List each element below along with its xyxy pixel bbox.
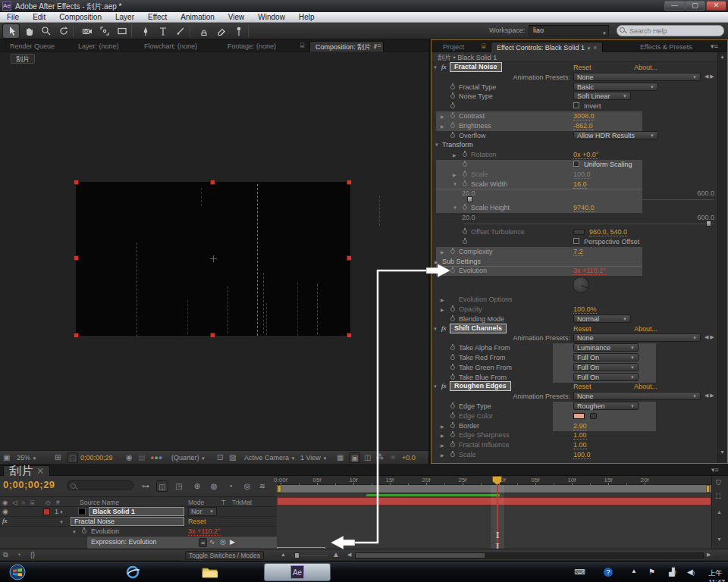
tab-render-queue[interactable]: Render Queue xyxy=(5,41,60,52)
property-dropdown[interactable]: Full On▼ xyxy=(573,373,639,381)
point-control-icon[interactable] xyxy=(573,229,585,235)
keyframe-icon[interactable]: I xyxy=(493,531,502,540)
h-scroll-right-icon[interactable]: ▶ xyxy=(707,552,711,558)
input-method-icon[interactable]: ⌨ xyxy=(575,568,585,576)
property-dropdown[interactable]: Roughen▼ xyxy=(573,402,639,410)
property-checkbox[interactable] xyxy=(573,102,579,108)
brackets-icon[interactable]: {} xyxy=(30,551,35,559)
stopwatch-icon[interactable] xyxy=(450,104,455,108)
property-dropdown[interactable]: Soft Linear▼ xyxy=(573,92,631,100)
magnification-dropdown[interactable]: 25% ▼ xyxy=(17,452,36,463)
reset-link[interactable]: Reset xyxy=(573,325,592,333)
transparency-grid-icon[interactable]: ▨ xyxy=(229,452,236,463)
twirl-icon[interactable]: ▶ xyxy=(453,152,457,158)
motion-blur-icon[interactable]: ◍ xyxy=(208,480,220,492)
twirl-icon[interactable]: ▼ xyxy=(433,384,438,389)
stopwatch-icon[interactable] xyxy=(450,452,455,457)
layer-handle[interactable] xyxy=(74,256,78,260)
zoom-tool[interactable] xyxy=(38,24,54,38)
effect-row-slider[interactable]: 20.0600.0 xyxy=(431,189,718,203)
stopwatch-icon[interactable] xyxy=(450,375,455,380)
always-preview-icon[interactable]: ▣ xyxy=(3,452,10,463)
property-value[interactable]: -862.0 xyxy=(573,122,593,130)
evolution-dial[interactable] xyxy=(573,277,589,293)
channels-icon[interactable]: ●●● xyxy=(150,452,162,463)
action-center-flag-icon[interactable]: ⚑ xyxy=(648,568,655,576)
help-tray-icon[interactable]: ? xyxy=(604,568,613,577)
menu-layer[interactable]: Layer xyxy=(108,12,141,23)
stopwatch-icon[interactable] xyxy=(450,94,455,99)
effect-row-evolution[interactable]: Evolution3x +110.2° xyxy=(431,266,718,276)
twirl-icon[interactable]: ▼ xyxy=(433,327,438,331)
exposure-value[interactable]: +0.0 xyxy=(402,452,416,463)
menu-view[interactable]: View xyxy=(221,12,252,23)
twirl-icon[interactable]: ▶ xyxy=(441,307,444,312)
shape-tool[interactable] xyxy=(114,24,130,38)
vertical-scrollbar[interactable]: ▲ ▼ xyxy=(717,52,726,462)
property-value[interactable]: 100.0% xyxy=(573,305,597,314)
property-row[interactable]: ▼ Evolution 3x +110.2° xyxy=(0,527,277,537)
mode-dropdown[interactable]: Nor▼ xyxy=(188,507,217,516)
property-dropdown[interactable]: Allow HDR Results▼ xyxy=(573,131,658,139)
preset-prev-icon[interactable]: ◀ ▶ xyxy=(704,393,714,399)
roi-icon[interactable]: ⬚ xyxy=(67,452,78,463)
panel-menu-icon[interactable]: ▾≡ xyxy=(711,42,718,50)
start-button[interactable] xyxy=(6,563,29,581)
slider-track[interactable] xyxy=(464,224,714,224)
view-layout-dropdown[interactable]: 1 View ▼ xyxy=(300,452,327,463)
fast-preview-icon[interactable]: ⁂ xyxy=(376,452,384,463)
stopwatch-icon[interactable] xyxy=(450,268,455,273)
effect-name[interactable]: Fractal Noise xyxy=(71,517,184,526)
brainstorm-icon[interactable]: ◔ xyxy=(224,480,237,492)
effect-row-roughen-edges[interactable]: ▼fxRoughen EdgesResetAbout... xyxy=(431,382,718,392)
property-checkbox[interactable] xyxy=(573,161,579,167)
menu-animation[interactable]: Animation xyxy=(174,12,221,23)
property-value[interactable]: 16.0 xyxy=(573,180,587,189)
clock[interactable]: 上午 11:47 xyxy=(708,568,725,582)
twirl-icon[interactable]: ▶ xyxy=(441,249,444,255)
twirl-icon[interactable]: ▶ xyxy=(441,433,444,438)
property-value[interactable]: 1.00 xyxy=(573,431,587,440)
effect-row-rotation[interactable]: ▶Rotation0x +0.0° xyxy=(431,150,718,160)
hand-tool[interactable] xyxy=(20,24,36,38)
effect-row-fractal-influence[interactable]: ▶Fractal Influence1.00 xyxy=(431,440,718,450)
safe-margins-icon[interactable]: ⊞ xyxy=(55,452,61,463)
twirl-icon[interactable]: ▼ xyxy=(59,520,64,524)
effect-row-uniform-scaling[interactable]: Uniform Scaling xyxy=(431,160,718,170)
stopwatch-icon[interactable] xyxy=(463,182,467,186)
stopwatch-icon[interactable] xyxy=(82,529,86,534)
preset-prev-icon[interactable]: ◀ ▶ xyxy=(704,334,714,340)
frame-blend-toggle-icon[interactable]: ◔ xyxy=(17,551,20,559)
search-help-input[interactable] xyxy=(617,25,724,36)
selection-tool[interactable] xyxy=(3,24,19,38)
property-value[interactable]: 3x +110.2° xyxy=(188,527,221,536)
label-color-chip[interactable] xyxy=(43,508,50,515)
stopwatch-icon[interactable] xyxy=(450,133,455,138)
layer-handle[interactable] xyxy=(74,180,78,184)
pixel-aspect-icon[interactable]: ◫ xyxy=(364,452,371,463)
comp-marker-icon[interactable]: ⛉ xyxy=(716,479,721,487)
twirl-icon[interactable]: ▼ xyxy=(72,530,77,534)
reset-link[interactable]: Reset xyxy=(573,383,592,390)
property-dropdown[interactable]: Normal▼ xyxy=(573,314,631,323)
pick-whip-icon[interactable]: ◎ xyxy=(220,538,226,546)
menu-help[interactable]: Help xyxy=(292,12,322,23)
effect-row-transform[interactable]: ▼Transform xyxy=(431,140,718,150)
work-area-start-handle[interactable] xyxy=(278,485,281,493)
eyedropper-icon[interactable] xyxy=(590,413,597,419)
expression-language-menu-icon[interactable]: ▶ xyxy=(230,538,235,546)
current-time-icon[interactable]: ▣ xyxy=(349,452,360,463)
stopwatch-icon[interactable] xyxy=(463,172,467,177)
effect-row-take-red-from[interactable]: Take Red FromFull On▼ xyxy=(431,353,718,363)
property-dropdown[interactable]: Full On▼ xyxy=(573,353,639,361)
volume-icon[interactable]: ◀) xyxy=(687,568,695,576)
pen-tool[interactable] xyxy=(137,24,153,38)
about-link[interactable]: About... xyxy=(634,383,657,390)
twirl-icon[interactable]: ▶ xyxy=(441,297,444,302)
eye-icon[interactable]: ◉ xyxy=(2,508,8,515)
color-swatch[interactable] xyxy=(573,413,585,419)
explorer-folder-button[interactable] xyxy=(199,563,221,581)
property-value[interactable]: 3008.0 xyxy=(573,112,595,120)
reset-link[interactable]: Reset xyxy=(573,64,592,71)
scroll-down-icon[interactable]: ▼ xyxy=(720,449,725,455)
